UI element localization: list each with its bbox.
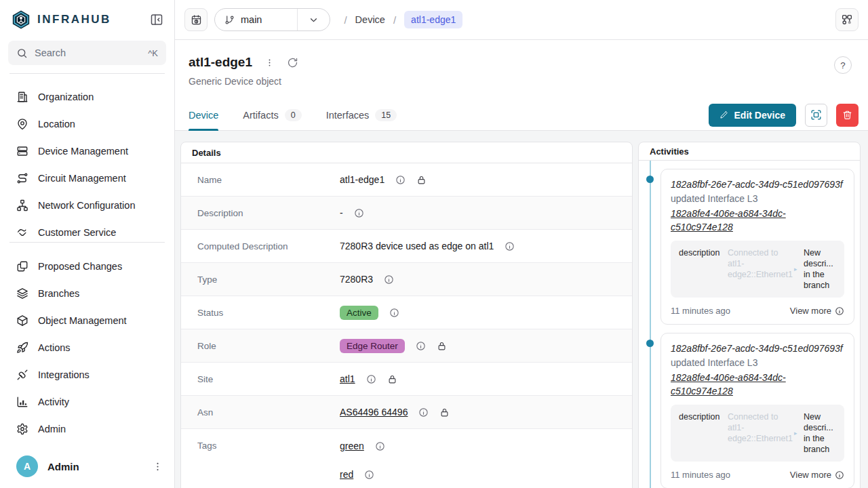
sidebar-item-label: Network Configuration xyxy=(38,200,135,211)
tab-artifacts[interactable]: Artifacts 0 xyxy=(243,100,301,130)
timeline-line xyxy=(650,161,651,488)
tag-line: red xyxy=(340,469,374,480)
tag-line: green xyxy=(340,441,385,451)
sidebar-item-device-management[interactable]: Device Management xyxy=(0,138,174,165)
sidebar-item-activity[interactable]: Activity xyxy=(0,388,174,415)
pencil-icon xyxy=(719,110,728,119)
tab-interfaces[interactable]: Interfaces 15 xyxy=(326,100,397,130)
activity-footer: 11 minutes ago View more xyxy=(671,306,844,316)
info-icon[interactable] xyxy=(505,241,515,251)
activity-target-link[interactable]: 182a8fe4-406e-a684-34dc-c510c974e128 xyxy=(671,371,844,398)
change-old-value: Connected to atl1-edge2::Ethernet1 xyxy=(728,411,790,455)
search-input[interactable]: Search ^K xyxy=(8,41,166,65)
tasks-workflow-button[interactable] xyxy=(835,8,859,31)
panel-collapse-icon xyxy=(150,13,163,26)
sidebar-item-admin[interactable]: Admin xyxy=(0,415,174,443)
refresh-button[interactable] xyxy=(287,57,298,68)
detail-label: Tags xyxy=(197,441,340,451)
delete-button[interactable] xyxy=(836,104,859,127)
detail-row-asn: Asn AS64496 64496 xyxy=(181,396,632,429)
breadcrumb: / Device / atl1-edge1 xyxy=(344,11,462,28)
lock-icon xyxy=(387,374,397,384)
plug-icon xyxy=(16,369,28,381)
branch-dropdown-toggle[interactable] xyxy=(297,9,330,30)
refresh-icon xyxy=(287,57,298,68)
detail-label: Status xyxy=(197,308,340,318)
chevron-down-icon xyxy=(308,14,319,26)
sidebar-item-object-management[interactable]: Object Management xyxy=(0,307,174,334)
sidebar-item-label: Device Management xyxy=(38,146,128,157)
details-rows: Name atl1-edge1 Description - Computed D… xyxy=(181,163,632,480)
detail-label: Computed Description xyxy=(197,241,340,251)
activities-panel: Activities 182a8fbf-26e7-acdc-34d9-c51ed… xyxy=(638,142,861,488)
user-name: Admin xyxy=(47,461,152,472)
info-icon[interactable] xyxy=(354,208,364,218)
sidebar-item-circuit-management[interactable]: Circuit Management xyxy=(0,165,174,192)
info-icon[interactable] xyxy=(416,341,426,351)
sidebar-item-proposed-changes[interactable]: Proposed Changes xyxy=(0,253,174,280)
infrahub-logo[interactable]: INFRAHUB xyxy=(11,9,111,30)
details-panel: Details Name atl1-edge1 Description - Co… xyxy=(180,142,633,488)
info-icon[interactable] xyxy=(364,470,374,480)
help-button[interactable]: ? xyxy=(834,56,852,74)
activity-target-link[interactable]: 182a8fe4-406e-a684-34dc-c510c974e128 xyxy=(671,207,844,234)
sidebar-item-integrations[interactable]: Integrations xyxy=(0,361,174,388)
tab-label: Artifacts xyxy=(243,110,278,121)
handshake-icon xyxy=(16,226,28,239)
view-more-link[interactable]: View more xyxy=(790,306,844,316)
activity-actor: 182a8fbf-26e7-acdc-34d9-c51ed097693f xyxy=(671,342,844,355)
info-icon[interactable] xyxy=(418,407,429,418)
change-field: description xyxy=(679,247,724,291)
info-icon[interactable] xyxy=(384,274,394,285)
breadcrumb-section[interactable]: Device xyxy=(355,14,385,25)
main-area: main / Device / atl1-edge1 atl1-edg xyxy=(175,0,868,488)
time-travel-button[interactable] xyxy=(184,8,208,31)
value-link[interactable]: atl1 xyxy=(340,373,355,384)
sidebar-item-actions[interactable]: Actions xyxy=(0,334,174,361)
tab-label: Interfaces xyxy=(326,110,370,121)
sidebar-item-branches[interactable]: Branches xyxy=(0,280,174,307)
activity-item: 182a8fbf-26e7-acdc-34d9-c51ed097693f upd… xyxy=(660,169,854,325)
info-icon[interactable] xyxy=(375,441,385,451)
detail-row-type: Type 7280R3 xyxy=(181,263,632,296)
sidebar-item-label: Customer Service xyxy=(38,227,116,238)
value-link[interactable]: green xyxy=(340,441,364,451)
sidebar-item-organization[interactable]: Organization xyxy=(0,83,174,110)
sidebar-item-label: Actions xyxy=(38,342,71,353)
view-more-link[interactable]: View more xyxy=(790,470,844,480)
timeline-dot-icon xyxy=(646,340,654,347)
user-menu-button[interactable] xyxy=(152,461,163,472)
info-icon[interactable] xyxy=(366,374,376,384)
sidebar-item-label: Location xyxy=(38,119,75,129)
rocket-icon xyxy=(16,342,28,354)
info-icon[interactable] xyxy=(389,308,399,318)
change-new-value: New descri... in the branch xyxy=(804,247,836,291)
value-link[interactable]: AS64496 64496 xyxy=(340,407,408,418)
tab-label: Device xyxy=(189,110,218,121)
sidebar-item-network-configuration[interactable]: Network Configuration xyxy=(0,192,174,219)
activity-change-box: description Connected to atl1-edge2::Eth… xyxy=(671,405,844,462)
branch-selector[interactable]: main xyxy=(214,8,330,31)
collapse-sidebar-button[interactable] xyxy=(150,13,163,26)
edit-device-button[interactable]: Edit Device xyxy=(709,104,796,127)
user-row: A Admin xyxy=(0,451,174,481)
breadcrumb-current-chip[interactable]: atl1-edge1 xyxy=(404,11,462,28)
object-menu-button[interactable] xyxy=(264,58,275,68)
activity-actor: 182a8fbf-26e7-acdc-34d9-c51ed097693f xyxy=(671,178,844,191)
manage-groups-button[interactable] xyxy=(805,104,827,127)
detail-row-status: Status Active xyxy=(181,296,632,329)
sidebar-item-customer-service[interactable]: Customer Service xyxy=(0,219,174,242)
search-icon xyxy=(16,47,28,59)
value-text: 7280R3 xyxy=(340,274,373,285)
info-icon[interactable] xyxy=(395,175,406,185)
content: Details Name atl1-edge1 Description - Co… xyxy=(175,131,868,488)
infrahub-logo-icon xyxy=(11,9,31,30)
detail-label: Name xyxy=(197,175,340,185)
detail-label: Description xyxy=(197,208,340,218)
page-subtitle: Generic Device object xyxy=(189,76,852,87)
value-link[interactable]: red xyxy=(340,469,353,480)
route-icon xyxy=(16,172,28,184)
tab-device[interactable]: Device xyxy=(189,100,218,130)
detail-value: greenred xyxy=(340,441,616,480)
sidebar-item-location[interactable]: Location xyxy=(0,110,174,138)
